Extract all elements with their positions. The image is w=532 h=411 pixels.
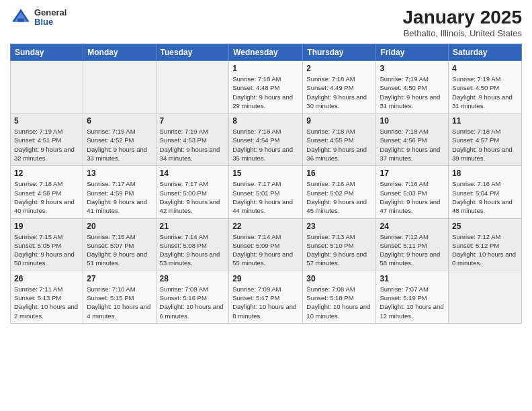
day-number: 7 xyxy=(160,116,226,126)
day-info: Sunrise: 7:19 AM Sunset: 4:50 PM Dayligh… xyxy=(452,75,518,110)
day-number: 8 xyxy=(232,116,299,126)
day-number: 28 xyxy=(160,274,226,283)
calendar-cell: 1Sunrise: 7:18 AM Sunset: 4:48 PM Daylig… xyxy=(229,61,303,113)
calendar-week-2: 5Sunrise: 7:19 AM Sunset: 4:51 PM Daylig… xyxy=(11,113,522,166)
day-number: 11 xyxy=(452,116,518,126)
calendar-title: January 2025 xyxy=(403,7,522,28)
calendar-cell: 22Sunrise: 7:14 AM Sunset: 5:09 PM Dayli… xyxy=(229,218,303,271)
calendar-header-row: Sunday Monday Tuesday Wednesday Thursday… xyxy=(11,44,522,61)
header-tuesday: Tuesday xyxy=(156,44,229,61)
calendar-week-1: 1Sunrise: 7:18 AM Sunset: 4:48 PM Daylig… xyxy=(11,61,522,113)
day-info: Sunrise: 7:15 AM Sunset: 5:07 PM Dayligh… xyxy=(87,232,152,268)
calendar-cell: 3Sunrise: 7:19 AM Sunset: 4:50 PM Daylig… xyxy=(376,61,449,113)
day-info: Sunrise: 7:18 AM Sunset: 4:58 PM Dayligh… xyxy=(14,179,79,215)
calendar-cell xyxy=(156,61,229,113)
day-info: Sunrise: 7:17 AM Sunset: 5:01 PM Dayligh… xyxy=(232,179,299,215)
calendar-cell: 29Sunrise: 7:09 AM Sunset: 5:17 PM Dayli… xyxy=(229,271,303,323)
calendar-cell: 10Sunrise: 7:18 AM Sunset: 4:56 PM Dayli… xyxy=(376,113,449,166)
calendar-cell: 30Sunrise: 7:08 AM Sunset: 5:18 PM Dayli… xyxy=(303,271,376,323)
day-info: Sunrise: 7:19 AM Sunset: 4:53 PM Dayligh… xyxy=(160,127,226,163)
header-sunday: Sunday xyxy=(11,44,83,61)
day-number: 22 xyxy=(232,222,299,231)
day-number: 10 xyxy=(380,116,445,126)
day-info: Sunrise: 7:11 AM Sunset: 5:13 PM Dayligh… xyxy=(14,285,79,320)
calendar-cell: 5Sunrise: 7:19 AM Sunset: 4:51 PM Daylig… xyxy=(11,113,83,166)
day-info: Sunrise: 7:16 AM Sunset: 5:03 PM Dayligh… xyxy=(380,179,445,215)
title-block: January 2025 Bethalto, Illinois, United … xyxy=(403,7,522,38)
day-number: 1 xyxy=(232,64,299,73)
day-info: Sunrise: 7:19 AM Sunset: 4:51 PM Dayligh… xyxy=(14,127,79,163)
day-number: 6 xyxy=(87,116,152,126)
day-number: 18 xyxy=(452,169,518,178)
calendar-cell: 26Sunrise: 7:11 AM Sunset: 5:13 PM Dayli… xyxy=(11,271,83,323)
day-number: 4 xyxy=(452,64,518,73)
day-number: 27 xyxy=(87,274,152,283)
day-info: Sunrise: 7:14 AM Sunset: 5:08 PM Dayligh… xyxy=(160,232,226,268)
day-number: 25 xyxy=(452,222,518,231)
header-friday: Friday xyxy=(376,44,449,61)
calendar-cell: 4Sunrise: 7:19 AM Sunset: 4:50 PM Daylig… xyxy=(449,61,522,113)
day-info: Sunrise: 7:15 AM Sunset: 5:05 PM Dayligh… xyxy=(14,232,79,268)
day-info: Sunrise: 7:18 AM Sunset: 4:54 PM Dayligh… xyxy=(232,127,299,163)
day-number: 14 xyxy=(160,169,226,178)
day-number: 26 xyxy=(14,274,79,283)
day-info: Sunrise: 7:12 AM Sunset: 5:11 PM Dayligh… xyxy=(380,232,445,268)
calendar-cell: 23Sunrise: 7:13 AM Sunset: 5:10 PM Dayli… xyxy=(303,218,376,271)
day-number: 3 xyxy=(380,64,445,73)
day-number: 13 xyxy=(87,169,152,178)
calendar-cell: 2Sunrise: 7:18 AM Sunset: 4:49 PM Daylig… xyxy=(303,61,376,113)
day-number: 29 xyxy=(232,274,299,283)
calendar-cell: 19Sunrise: 7:15 AM Sunset: 5:05 PM Dayli… xyxy=(11,218,83,271)
day-number: 30 xyxy=(306,274,372,283)
day-info: Sunrise: 7:18 AM Sunset: 4:49 PM Dayligh… xyxy=(306,75,372,110)
calendar-cell: 8Sunrise: 7:18 AM Sunset: 4:54 PM Daylig… xyxy=(229,113,303,166)
calendar-cell: 15Sunrise: 7:17 AM Sunset: 5:01 PM Dayli… xyxy=(229,166,303,218)
day-number: 16 xyxy=(306,169,372,178)
logo-text: General Blue xyxy=(34,8,66,28)
logo-general-text: General xyxy=(34,8,66,17)
day-number: 20 xyxy=(87,222,152,231)
day-info: Sunrise: 7:07 AM Sunset: 5:19 PM Dayligh… xyxy=(380,285,445,320)
calendar-cell xyxy=(449,271,522,323)
calendar-cell: 20Sunrise: 7:15 AM Sunset: 5:07 PM Dayli… xyxy=(83,218,156,271)
calendar-cell: 9Sunrise: 7:18 AM Sunset: 4:55 PM Daylig… xyxy=(303,113,376,166)
day-info: Sunrise: 7:10 AM Sunset: 5:15 PM Dayligh… xyxy=(87,285,152,320)
day-info: Sunrise: 7:18 AM Sunset: 4:48 PM Dayligh… xyxy=(232,75,299,110)
logo-blue-text: Blue xyxy=(34,17,66,27)
day-number: 23 xyxy=(306,222,372,231)
day-number: 17 xyxy=(380,169,445,178)
day-info: Sunrise: 7:18 AM Sunset: 4:57 PM Dayligh… xyxy=(452,127,518,163)
day-number: 15 xyxy=(232,169,299,178)
day-info: Sunrise: 7:09 AM Sunset: 5:17 PM Dayligh… xyxy=(232,285,299,320)
header-monday: Monday xyxy=(83,44,156,61)
header-wednesday: Wednesday xyxy=(229,44,303,61)
calendar-week-5: 26Sunrise: 7:11 AM Sunset: 5:13 PM Dayli… xyxy=(11,271,522,323)
logo-icon xyxy=(10,7,32,28)
logo: General Blue xyxy=(10,7,66,28)
calendar-cell: 18Sunrise: 7:16 AM Sunset: 5:04 PM Dayli… xyxy=(449,166,522,218)
calendar-subtitle: Bethalto, Illinois, United States xyxy=(403,28,522,38)
day-number: 5 xyxy=(14,116,79,126)
day-number: 2 xyxy=(306,64,372,73)
day-info: Sunrise: 7:18 AM Sunset: 4:56 PM Dayligh… xyxy=(380,127,445,163)
calendar-cell: 11Sunrise: 7:18 AM Sunset: 4:57 PM Dayli… xyxy=(449,113,522,166)
day-info: Sunrise: 7:09 AM Sunset: 5:16 PM Dayligh… xyxy=(160,285,226,320)
calendar-cell: 24Sunrise: 7:12 AM Sunset: 5:11 PM Dayli… xyxy=(376,218,449,271)
day-number: 21 xyxy=(160,222,226,231)
day-number: 31 xyxy=(380,274,445,283)
calendar-cell: 28Sunrise: 7:09 AM Sunset: 5:16 PM Dayli… xyxy=(156,271,229,323)
calendar-cell: 31Sunrise: 7:07 AM Sunset: 5:19 PM Dayli… xyxy=(376,271,449,323)
calendar-cell: 12Sunrise: 7:18 AM Sunset: 4:58 PM Dayli… xyxy=(11,166,83,218)
day-info: Sunrise: 7:19 AM Sunset: 4:50 PM Dayligh… xyxy=(380,75,445,110)
day-info: Sunrise: 7:08 AM Sunset: 5:18 PM Dayligh… xyxy=(306,285,372,320)
day-number: 12 xyxy=(14,169,79,178)
day-info: Sunrise: 7:17 AM Sunset: 5:00 PM Dayligh… xyxy=(160,179,226,215)
page: General Blue January 2025 Bethalto, Illi… xyxy=(0,0,532,411)
day-info: Sunrise: 7:17 AM Sunset: 4:59 PM Dayligh… xyxy=(87,179,152,215)
calendar-cell: 25Sunrise: 7:12 AM Sunset: 5:12 PM Dayli… xyxy=(449,218,522,271)
day-info: Sunrise: 7:13 AM Sunset: 5:10 PM Dayligh… xyxy=(306,232,372,268)
day-info: Sunrise: 7:14 AM Sunset: 5:09 PM Dayligh… xyxy=(232,232,299,268)
calendar-table: Sunday Monday Tuesday Wednesday Thursday… xyxy=(10,44,522,324)
header: General Blue January 2025 Bethalto, Illi… xyxy=(10,7,522,38)
day-info: Sunrise: 7:19 AM Sunset: 4:52 PM Dayligh… xyxy=(87,127,152,163)
